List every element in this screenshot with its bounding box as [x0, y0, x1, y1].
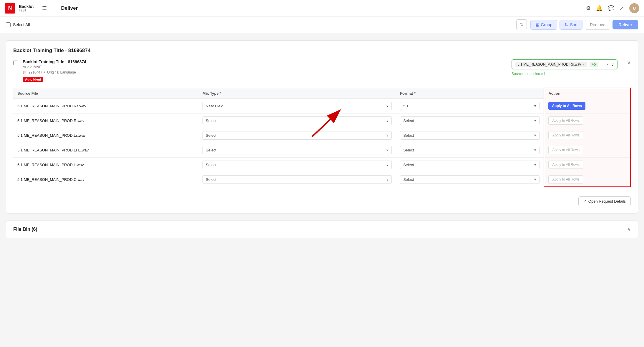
- auto-ident-badge: Auto Ident: [23, 77, 43, 82]
- hamburger-icon[interactable]: ☰: [40, 4, 49, 13]
- table-row: 5.1 ME_REASON_MAIN_PROD.R.wavSelect∨Sele…: [13, 113, 630, 128]
- deliver-button[interactable]: Deliver: [613, 20, 638, 29]
- col-header-action: Action: [544, 88, 630, 99]
- item-source-area: 5.1 ME_REASON_MAIN_PROD.Rs.wav × +5 × ∨ …: [512, 59, 618, 76]
- source-auto-text: Source auto selected: [512, 72, 618, 76]
- filter-button[interactable]: ⇅: [516, 19, 527, 30]
- cell-mix-type[interactable]: Select∨: [198, 172, 396, 187]
- apply-all-rows-button-inactive[interactable]: Apply to All Rows: [548, 131, 583, 139]
- cell-action[interactable]: Apply to All Rows: [544, 99, 630, 113]
- apply-all-rows-button-inactive[interactable]: Apply to All Rows: [548, 146, 583, 154]
- data-table: Source File Mix Type * Format * Action 5…: [13, 88, 631, 187]
- source-tag-close[interactable]: ×: [583, 63, 585, 66]
- table-row: 5.1 ME_REASON_MAIN_PROD.C.wavSelect∨Sele…: [13, 172, 630, 187]
- collapse-icon[interactable]: ∨: [627, 59, 631, 66]
- select-all-checkbox[interactable]: [6, 22, 11, 27]
- remove-button[interactable]: Remove: [585, 20, 610, 30]
- select-all-label[interactable]: Select All: [6, 22, 30, 27]
- source-clear-icon[interactable]: ×: [606, 62, 609, 67]
- external-link-icon: ↗: [583, 199, 587, 203]
- file-bin-title: File Bin (6): [13, 227, 37, 232]
- bell-icon[interactable]: 🔔: [596, 5, 602, 11]
- page-title: Deliver: [61, 5, 78, 11]
- settings-icon[interactable]: ⚙: [586, 5, 591, 11]
- cell-action[interactable]: Apply to All Rows: [544, 128, 630, 143]
- toolbar: Select All ⇅ ▦ Group ⇅ Sort Remove Deliv…: [0, 16, 644, 33]
- app-name-block: Backlot TEST: [19, 4, 34, 12]
- cell-format[interactable]: Select∨: [396, 113, 544, 128]
- item-title: Backlot Training Title - 81696874: [23, 59, 507, 64]
- col-header-mix: Mix Type *: [198, 88, 396, 99]
- apply-all-rows-button-inactive[interactable]: Apply to All Rows: [548, 116, 583, 125]
- sort-icon: ⇅: [565, 22, 568, 27]
- cell-mix-type[interactable]: Near Field∨: [198, 99, 396, 113]
- avatar[interactable]: U: [629, 3, 639, 13]
- cell-mix-type[interactable]: Select∨: [198, 143, 396, 157]
- item-meta-lang: Original Language: [47, 70, 76, 74]
- action-buttons: ▦ Group ⇅ Sort Remove Deliver: [530, 20, 638, 30]
- cell-mix-type[interactable]: Select∨: [198, 128, 396, 143]
- item-header: Backlot Training Title - 81696874 Audio …: [13, 59, 631, 82]
- cell-source: 5.1 ME_REASON_MAIN_PROD.C.wav: [13, 172, 198, 187]
- table-wrapper: Source File Mix Type * Format * Action 5…: [13, 88, 631, 187]
- cell-source: 5.1 ME_REASON_MAIN_PROD.Ls.wav: [13, 128, 198, 143]
- cell-source: 5.1 ME_REASON_MAIN_PROD.R.wav: [13, 113, 198, 128]
- item-type: Audio M&E: [23, 65, 507, 69]
- section-title: Backlot Training Title - 81696874: [13, 48, 631, 54]
- table-row: 5.1 ME_REASON_MAIN_PROD.LFE.wavSelect∨Se…: [13, 143, 630, 157]
- cell-format[interactable]: Select∨: [396, 143, 544, 157]
- top-header: N Backlot TEST ☰ Deliver ⚙ 🔔 💬 ↗ U: [0, 0, 644, 16]
- file-bin-collapse-icon[interactable]: ∧: [627, 226, 631, 233]
- apply-all-rows-button-inactive[interactable]: Apply to All Rows: [548, 175, 583, 183]
- source-tag: 5.1 ME_REASON_MAIN_PROD.Rs.wav ×: [515, 62, 587, 67]
- file-bin-section: File Bin (6) ∧: [6, 221, 638, 238]
- cell-source: 5.1 ME_REASON_MAIN_PROD.L.wav: [13, 157, 198, 172]
- cell-source: 5.1 ME_REASON_MAIN_PROD.Rs.wav: [13, 99, 198, 113]
- source-plus-badge: +5: [590, 62, 598, 67]
- app-sub: TEST: [19, 9, 34, 12]
- cell-source: 5.1 ME_REASON_MAIN_PROD.LFE.wav: [13, 143, 198, 157]
- cell-format[interactable]: 5.1∨: [396, 99, 544, 113]
- source-chevron-icon[interactable]: ∨: [611, 62, 614, 67]
- table-row: 5.1 ME_REASON_MAIN_PROD.Ls.wavSelect∨Sel…: [13, 128, 630, 143]
- item-meta-id: 2210447: [29, 70, 42, 74]
- calendar-icon: 📋: [23, 71, 27, 74]
- col-header-source: Source File: [13, 88, 198, 99]
- cell-format[interactable]: Select∨: [396, 157, 544, 172]
- group-icon: ▦: [535, 22, 539, 27]
- col-header-format: Format *: [396, 88, 544, 99]
- main-content: Backlot Training Title - 81696874 Backlo…: [0, 33, 644, 245]
- section-card: Backlot Training Title - 81696874 Backlo…: [6, 40, 638, 213]
- item-info: Backlot Training Title - 81696874 Audio …: [23, 59, 507, 82]
- external-link-icon[interactable]: ↗: [620, 5, 624, 11]
- table-row: 5.1 ME_REASON_MAIN_PROD.L.wavSelect∨Sele…: [13, 157, 630, 172]
- cell-action[interactable]: Apply to All Rows: [544, 143, 630, 157]
- cell-format[interactable]: Select∨: [396, 128, 544, 143]
- source-selector[interactable]: 5.1 ME_REASON_MAIN_PROD.Rs.wav × +5 × ∨: [512, 59, 618, 69]
- header-icons: ⚙ 🔔 💬 ↗ U: [586, 3, 639, 13]
- cell-format[interactable]: Select∨: [396, 172, 544, 187]
- item-checkbox[interactable]: [13, 61, 18, 65]
- sort-button[interactable]: ⇅ Sort: [560, 20, 582, 30]
- open-request-details-button[interactable]: ↗ Open Request Details: [578, 196, 631, 206]
- apply-all-rows-button-active[interactable]: Apply to All Rows: [548, 102, 585, 110]
- item-meta: 📋 2210447 • Original Language: [23, 70, 507, 74]
- chat-icon[interactable]: 💬: [608, 5, 614, 11]
- cell-mix-type[interactable]: Select∨: [198, 113, 396, 128]
- app-logo: N: [5, 3, 15, 14]
- group-button[interactable]: ▦ Group: [530, 20, 557, 30]
- cell-action[interactable]: Apply to All Rows: [544, 157, 630, 172]
- filter-icon: ⇅: [520, 22, 523, 27]
- cell-action[interactable]: Apply to All Rows: [544, 113, 630, 128]
- app-name: Backlot: [19, 4, 34, 9]
- cell-mix-type[interactable]: Select∨: [198, 157, 396, 172]
- cell-action[interactable]: Apply to All Rows: [544, 172, 630, 187]
- table-row: 5.1 ME_REASON_MAIN_PROD.Rs.wavNear Field…: [13, 99, 630, 113]
- header-divider: [55, 4, 55, 13]
- apply-all-rows-button-inactive[interactable]: Apply to All Rows: [548, 161, 583, 169]
